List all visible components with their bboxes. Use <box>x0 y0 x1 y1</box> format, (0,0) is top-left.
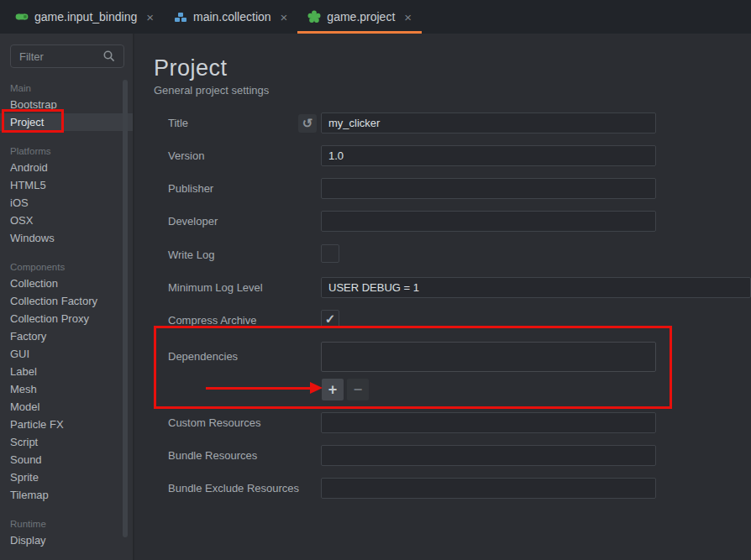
bundle-resources-input[interactable] <box>321 445 656 466</box>
section-components: Components Collection Collection Factory… <box>0 259 133 504</box>
tab-label: game.project <box>327 10 395 24</box>
minus-icon: − <box>354 381 363 399</box>
sidebar-item-display[interactable]: Display <box>0 531 133 549</box>
tab-bar: game.input_binding × main.collection × g… <box>0 0 751 34</box>
sidebar-item-project[interactable]: Project <box>0 113 133 131</box>
project-icon <box>307 10 321 24</box>
add-dependency-button[interactable]: + <box>322 379 344 400</box>
sidebar-item-mesh[interactable]: Mesh <box>0 380 133 398</box>
sidebar-item-ios[interactable]: iOS <box>0 194 133 212</box>
sidebar-item-gui[interactable]: GUI <box>0 345 133 363</box>
project-settings-panel: Project General project settings Title ↺… <box>134 34 751 560</box>
sidebar-item-html5[interactable]: HTML5 <box>0 176 133 194</box>
field-label-title: Title <box>168 116 319 131</box>
sidebar-item-sound[interactable]: Sound <box>0 451 133 468</box>
title-input[interactable] <box>321 113 656 133</box>
tab-game-project[interactable]: game.project × <box>297 0 422 34</box>
page-title: Project <box>154 55 228 81</box>
close-icon[interactable]: × <box>146 10 154 24</box>
section-main: Main Bootstrap Project <box>0 81 133 131</box>
sidebar-item-label[interactable]: Label <box>0 363 133 380</box>
publisher-input[interactable] <box>321 178 656 199</box>
close-icon[interactable]: × <box>404 10 412 24</box>
section-label: Runtime <box>0 516 133 531</box>
plus-icon: + <box>328 381 338 399</box>
sidebar-item-tilemap[interactable]: Tilemap <box>0 486 133 504</box>
settings-sidebar: Main Bootstrap Project Platforms Android… <box>0 34 134 560</box>
field-label-write-log: Write Log <box>168 248 319 263</box>
field-label-compress-archive: Compress Archive <box>168 313 319 328</box>
section-runtime: Runtime Display <box>0 516 133 549</box>
search-icon <box>102 50 116 66</box>
annotation-arrow-head <box>310 382 323 394</box>
sidebar-item-bootstrap[interactable]: Bootstrap <box>0 96 133 113</box>
developer-input[interactable] <box>321 211 656 232</box>
field-label-bundle-resources: Bundle Resources <box>168 448 319 463</box>
sidebar-item-android[interactable]: Android <box>0 159 133 176</box>
tab-label: game.input_binding <box>34 10 137 24</box>
field-label-version: Version <box>168 149 319 164</box>
write-log-checkbox[interactable] <box>321 244 339 263</box>
sidebar-item-windows[interactable]: Windows <box>0 229 133 247</box>
sidebar-scrollbar[interactable] <box>123 80 128 537</box>
field-label-bundle-exclude-resources: Bundle Exclude Resources <box>168 481 319 496</box>
sidebar-item-script[interactable]: Script <box>0 433 133 451</box>
field-label-custom-resources: Custom Resources <box>168 416 319 431</box>
sidebar-item-osx[interactable]: OSX <box>0 212 133 229</box>
check-icon: ✓ <box>325 311 336 327</box>
field-label-developer: Developer <box>168 214 319 229</box>
tab-label: main.collection <box>193 10 271 24</box>
section-label: Platforms <box>0 144 133 159</box>
sidebar-item-collection[interactable]: Collection <box>0 275 133 292</box>
minimum-log-level-select[interactable] <box>321 277 751 298</box>
annotation-arrow <box>206 387 312 390</box>
section-label: Main <box>0 81 133 96</box>
remove-dependency-button[interactable]: − <box>347 379 369 400</box>
section-platforms: Platforms Android HTML5 iOS OSX Windows <box>0 144 133 247</box>
field-label-dependencies: Dependencies <box>168 349 319 364</box>
field-label-minimum-log-level: Minimum Log Level <box>168 280 319 296</box>
reset-override-button[interactable]: ↺ <box>298 114 317 133</box>
close-icon[interactable]: × <box>281 10 288 24</box>
field-label-publisher: Publisher <box>168 181 319 196</box>
sidebar-item-model[interactable]: Model <box>0 398 133 416</box>
bundle-exclude-resources-input[interactable] <box>321 478 656 499</box>
version-input[interactable] <box>321 145 656 166</box>
tab-main-collection[interactable]: main.collection × <box>164 0 297 34</box>
collection-icon <box>174 10 187 24</box>
compress-archive-checkbox[interactable]: ✓ <box>321 310 339 328</box>
sidebar-item-collection-factory[interactable]: Collection Factory <box>0 292 133 310</box>
undo-icon: ↺ <box>302 116 313 131</box>
input-binding-icon <box>15 10 29 24</box>
tab-game-input-binding[interactable]: game.input_binding × <box>5 0 164 34</box>
sidebar-item-collection-proxy[interactable]: Collection Proxy <box>0 310 133 327</box>
filter-wrap <box>10 44 123 68</box>
sidebar-item-particle-fx[interactable]: Particle FX <box>0 416 133 433</box>
section-label: Components <box>0 259 133 275</box>
sidebar-item-sprite[interactable]: Sprite <box>0 468 133 486</box>
page-subtitle: General project settings <box>154 84 269 97</box>
sidebar-item-factory[interactable]: Factory <box>0 327 133 345</box>
dependencies-list[interactable] <box>321 342 656 372</box>
custom-resources-input[interactable] <box>321 412 656 433</box>
